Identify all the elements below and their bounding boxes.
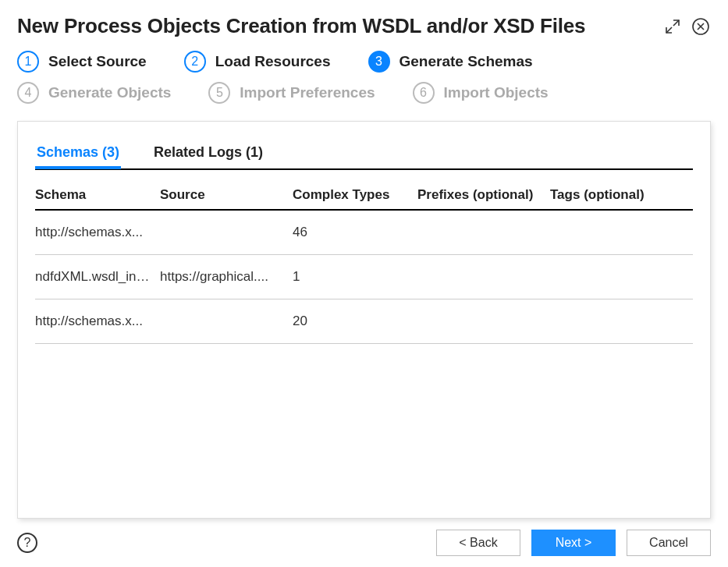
schemas-table: Schema Source Complex Types Prefixes (op…: [35, 187, 693, 344]
cell-schema: http://schemas.x...: [35, 314, 160, 329]
step-generate-schemas[interactable]: 3 Generate Schemas: [368, 51, 533, 73]
table-header: Schema Source Complex Types Prefixes (op…: [35, 187, 693, 211]
cell-schema: ndfdXML.wsdl_inli...: [35, 269, 160, 285]
cancel-button[interactable]: Cancel: [627, 530, 711, 556]
dialog-footer: ? < Back Next > Cancel: [0, 519, 728, 567]
next-button[interactable]: Next >: [531, 530, 616, 556]
cell-prefix: [417, 314, 550, 329]
cell-source: [160, 225, 293, 240]
cell-source: https://graphical....: [160, 269, 293, 285]
step-select-source[interactable]: 1 Select Source: [17, 51, 147, 73]
step-label: Generate Schemas: [400, 53, 533, 70]
content-panel: Schemas (3) Related Logs (1) Schema Sour…: [17, 121, 711, 519]
col-source: Source: [160, 187, 293, 203]
col-schema: Schema: [35, 187, 160, 203]
step-label: Select Source: [48, 53, 147, 70]
step-number: 1: [17, 51, 39, 73]
col-complex: Complex Types: [293, 187, 417, 203]
step-label: Import Preferences: [240, 84, 375, 101]
dialog-title: New Process Objects Creation from WSDL a…: [17, 14, 585, 38]
col-tags: Tags (optional): [550, 187, 667, 203]
step-load-resources[interactable]: 2 Load Resources: [184, 51, 331, 73]
tab-schemas[interactable]: Schemas (3): [35, 140, 121, 169]
titlebar: New Process Objects Creation from WSDL a…: [0, 0, 728, 46]
wizard-steps: 1 Select Source 2 Load Resources 3 Gener…: [0, 46, 728, 113]
tabs: Schemas (3) Related Logs (1): [35, 139, 693, 170]
step-import-preferences: 5 Import Preferences: [208, 82, 375, 104]
cell-schema: http://schemas.x...: [35, 225, 160, 240]
cell-tags: [550, 269, 667, 285]
table-row[interactable]: http://schemas.x... 20: [35, 299, 693, 344]
step-import-objects: 6 Import Objects: [413, 82, 549, 104]
step-label: Generate Objects: [48, 84, 171, 101]
step-number: 4: [17, 82, 39, 104]
step-number: 2: [184, 51, 206, 73]
cell-complex: 46: [293, 225, 417, 240]
tab-related-logs[interactable]: Related Logs (1): [152, 140, 265, 169]
col-prefix: Prefixes (optional): [417, 187, 550, 203]
cell-prefix: [417, 269, 550, 285]
cell-source: [160, 314, 293, 329]
cell-tags: [550, 314, 667, 329]
help-icon[interactable]: ?: [17, 533, 37, 553]
cell-complex: 1: [293, 269, 417, 285]
cell-tags: [550, 225, 667, 240]
step-number: 6: [413, 82, 435, 104]
step-number: 5: [208, 82, 230, 104]
cell-complex: 20: [293, 314, 417, 329]
step-generate-objects: 4 Generate Objects: [17, 82, 171, 104]
title-icons: [662, 16, 711, 37]
table-row[interactable]: ndfdXML.wsdl_inli... https://graphical..…: [35, 255, 693, 299]
table-row[interactable]: http://schemas.x... 46: [35, 211, 693, 255]
step-label: Import Objects: [444, 84, 549, 101]
step-number: 3: [368, 51, 390, 73]
footer-buttons: < Back Next > Cancel: [436, 530, 711, 556]
cell-prefix: [417, 225, 550, 240]
step-label: Load Resources: [215, 53, 331, 70]
dialog: New Process Objects Creation from WSDL a…: [0, 0, 728, 567]
close-icon[interactable]: [691, 16, 711, 37]
expand-icon[interactable]: [662, 16, 683, 37]
back-button[interactable]: < Back: [436, 530, 520, 556]
